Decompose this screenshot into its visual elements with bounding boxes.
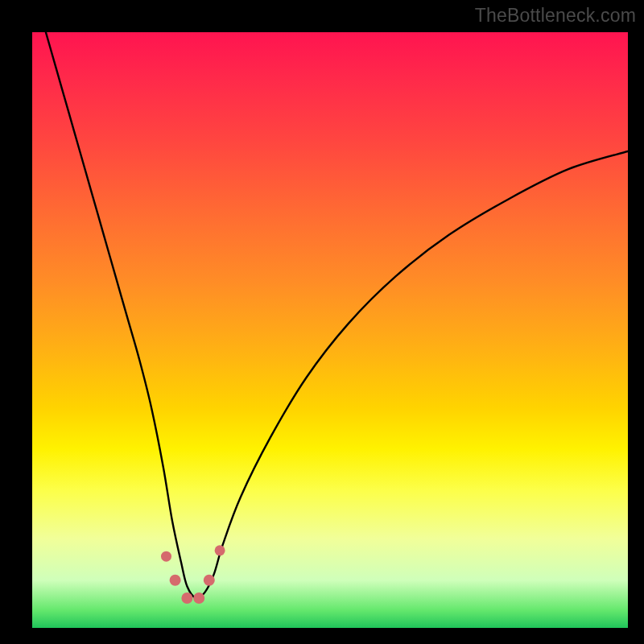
bottleneck-curve bbox=[32, 32, 628, 598]
plot-area bbox=[32, 32, 628, 628]
chart-svg bbox=[32, 32, 628, 628]
watermark-text: TheBottleneck.com bbox=[475, 5, 636, 27]
point-d bbox=[193, 592, 204, 604]
point-f bbox=[215, 545, 225, 555]
point-b bbox=[170, 575, 181, 586]
point-e bbox=[204, 575, 215, 586]
point-a bbox=[161, 551, 171, 562]
chart-frame: TheBottleneck.com bbox=[0, 0, 644, 644]
point-c bbox=[181, 592, 192, 604]
